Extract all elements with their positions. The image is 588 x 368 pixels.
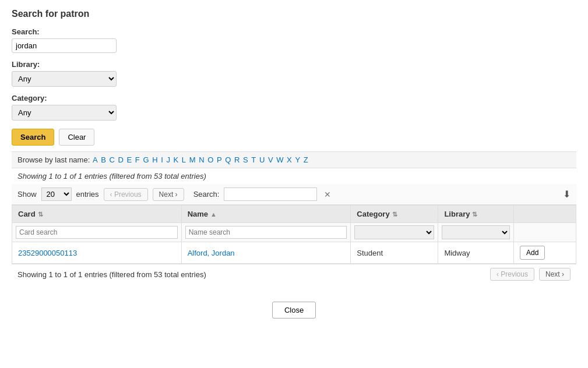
row-name: Alford, Jordan: [181, 242, 351, 264]
results-table: Card Name Category Library: [12, 205, 576, 264]
browse-letter-f[interactable]: F: [135, 155, 140, 164]
show-entries-select[interactable]: 10 20 50 100: [41, 187, 72, 201]
clear-button[interactable]: Clear: [59, 129, 94, 146]
browse-letter-y[interactable]: Y: [295, 155, 300, 164]
table-header-row: Card Name Category Library: [12, 206, 576, 223]
table-controls: Show 10 20 50 100 entries ‹ Previous Nex…: [12, 184, 576, 205]
showing-text-top: Showing 1 to 1 of 1 entries (filtered fr…: [12, 168, 576, 184]
next-button-top[interactable]: Next ›: [153, 188, 184, 201]
row-action: Add: [514, 242, 576, 264]
library-filter-select[interactable]: [442, 225, 510, 239]
card-link[interactable]: 23529000050113: [18, 249, 77, 257]
search-label: Search:: [12, 27, 576, 36]
filter-library-cell: [438, 223, 514, 242]
next-button-bottom[interactable]: Next ›: [539, 268, 571, 281]
row-category: Student: [351, 242, 438, 264]
category-value: Student: [357, 249, 383, 257]
library-sort-icon: [472, 211, 477, 218]
category-select[interactable]: Any: [12, 105, 117, 121]
filter-category-cell: [351, 223, 438, 242]
category-group: Category: Any: [12, 94, 576, 121]
table-filter-row: [12, 223, 576, 242]
browse-letter-z[interactable]: Z: [304, 155, 308, 164]
browse-letter-d[interactable]: D: [118, 155, 124, 164]
filter-card-cell: [12, 223, 182, 242]
col-header-library[interactable]: Library: [438, 206, 514, 223]
browse-letter-p[interactable]: P: [217, 155, 222, 164]
category-label: Category:: [12, 94, 576, 102]
name-search-filter[interactable]: [185, 226, 347, 239]
category-sort-icon: [392, 211, 397, 218]
col-header-name[interactable]: Name: [181, 206, 351, 223]
browse-letter-j[interactable]: J: [166, 155, 170, 164]
library-value: Midway: [444, 249, 470, 257]
search-group: Search:: [12, 27, 576, 53]
entries-label: entries: [76, 190, 99, 199]
browse-label: Browse by last name:: [17, 155, 90, 164]
browse-letter-h[interactable]: H: [152, 155, 157, 164]
row-card: 23529000050113: [12, 242, 182, 264]
browse-letter-q[interactable]: Q: [225, 155, 231, 164]
download-icon[interactable]: ⬇: [563, 189, 571, 200]
name-link[interactable]: Alford, Jordan: [188, 249, 235, 257]
browse-letter-g[interactable]: G: [143, 155, 149, 164]
category-filter-select[interactable]: [354, 225, 434, 239]
table-row: 23529000050113 Alford, Jordan Student Mi…: [12, 242, 576, 264]
close-button[interactable]: Close: [272, 302, 316, 319]
filter-name-cell: [181, 223, 351, 242]
browse-letter-s[interactable]: S: [243, 155, 248, 164]
card-search-filter[interactable]: [16, 226, 178, 239]
browse-letter-v[interactable]: V: [268, 155, 273, 164]
browse-letter-e[interactable]: E: [127, 155, 132, 164]
browse-bar: Browse by last name: A B C D E F G H I J…: [12, 151, 576, 168]
browse-letter-n[interactable]: N: [199, 155, 204, 164]
page-title: Search for patron: [12, 9, 576, 19]
main-container: Search for patron Search: Library: Any C…: [0, 0, 588, 333]
browse-letter-a[interactable]: A: [93, 155, 98, 164]
browse-letter-u[interactable]: U: [259, 155, 265, 164]
showing-text-bottom: Showing 1 to 1 of 1 entries (filtered fr…: [17, 270, 206, 279]
name-sort-icon: [210, 211, 217, 218]
form-buttons: Search Clear: [12, 129, 576, 146]
browse-letter-b[interactable]: B: [101, 155, 106, 164]
search-input[interactable]: [12, 38, 117, 53]
col-header-category[interactable]: Category: [351, 206, 438, 223]
browse-letter-k[interactable]: K: [174, 155, 179, 164]
browse-letter-x[interactable]: X: [287, 155, 292, 164]
col-header-card[interactable]: Card: [12, 206, 182, 223]
col-header-action: [514, 206, 576, 223]
browse-letter-o[interactable]: O: [207, 155, 213, 164]
browse-letter-t[interactable]: T: [251, 155, 256, 164]
row-library: Midway: [438, 242, 514, 264]
browse-letter-w[interactable]: W: [276, 155, 283, 164]
show-label: Show: [17, 190, 37, 199]
prev-button-bottom[interactable]: ‹ Previous: [490, 268, 534, 281]
browse-letter-r[interactable]: R: [234, 155, 240, 164]
add-button[interactable]: Add: [520, 246, 545, 260]
library-select[interactable]: Any: [12, 71, 117, 87]
browse-letter-l[interactable]: L: [182, 155, 186, 164]
table-search-input[interactable]: [224, 187, 317, 201]
close-row: Close: [12, 284, 576, 324]
library-label: Library:: [12, 60, 576, 69]
browse-letter-m[interactable]: M: [189, 155, 196, 164]
filter-action-cell: [514, 223, 576, 242]
browse-letter-c[interactable]: C: [110, 155, 115, 164]
prev-button-top[interactable]: ‹ Previous: [104, 188, 148, 201]
bottom-controls: Showing 1 to 1 of 1 entries (filtered fr…: [12, 264, 576, 284]
browse-letter-i[interactable]: I: [161, 155, 163, 164]
library-group: Library: Any: [12, 60, 576, 87]
table-search-label: Search:: [193, 190, 220, 199]
clear-search-button[interactable]: ✕: [322, 190, 333, 199]
search-button[interactable]: Search: [12, 129, 54, 146]
card-sort-icon: [38, 211, 43, 218]
